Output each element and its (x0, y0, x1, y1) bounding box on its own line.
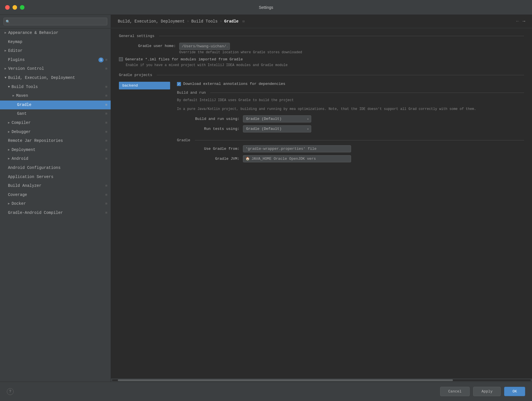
gradle-projects-header: Gradle projects (119, 73, 524, 77)
chevron-right-icon: ▶ (8, 121, 10, 125)
sidebar-item-label: Debugger (12, 129, 104, 135)
build-run-using-label: Build and run using: (177, 117, 240, 121)
horizontal-scrollbar[interactable] (111, 378, 532, 382)
sidebar-item-gradle-android[interactable]: Gradle-Android Compiler ⊞ (0, 208, 111, 218)
link-icon: ⊟ (243, 19, 245, 24)
sidebar-item-build-exec-deploy[interactable]: ▼ Build, Execution, Deployment (0, 73, 111, 83)
use-gradle-from-input[interactable] (243, 145, 351, 152)
generate-iml-label: Generate *.iml files for modules importe… (125, 57, 243, 62)
gradle-jvm-input[interactable]: 🏠 JAVA_HOME Oracle OpenJDK vers (243, 155, 351, 162)
sidebar-item-label: Maven (16, 93, 104, 99)
general-settings-header: General settings (119, 34, 524, 38)
settings-icon: ⊞ (105, 202, 107, 206)
breadcrumb-bar: Build, Execution, Deployment › Build Too… (111, 15, 532, 28)
sidebar-item-editor[interactable]: ▶ Editor (0, 46, 111, 56)
run-tests-using-select[interactable]: Gradle (Default) IntelliJ IDEA (243, 125, 311, 132)
ok-button[interactable]: OK (504, 387, 525, 396)
settings-icon: ⊞ (105, 211, 107, 215)
projects-layout: backend Download external annotations fo… (119, 82, 524, 165)
settings-icon: ⊞ (105, 184, 107, 188)
generate-iml-row: Generate *.iml files for modules importe… (119, 57, 524, 62)
sidebar-item-gradle[interactable]: Gradle ⊞ (0, 101, 111, 110)
sidebar-item-android[interactable]: ▶ Android ⊞ (0, 154, 111, 163)
back-arrow-icon[interactable]: ← (516, 19, 519, 24)
sidebar-item-debugger[interactable]: ▶ Debugger ⊞ (0, 128, 111, 137)
sidebar-item-label: Coverage (8, 192, 104, 198)
sidebar-item-deployment[interactable]: ▶ Deployment ⊞ (0, 146, 111, 155)
sidebar-item-label: Gant (17, 111, 104, 117)
sidebar-item-app-servers[interactable]: Application Servers (0, 173, 111, 182)
title-bar: Settings (0, 0, 532, 15)
sidebar-item-label: Build Analyzer (8, 183, 104, 189)
scrollbar-track (112, 379, 531, 381)
minimize-button[interactable] (13, 5, 17, 10)
forward-arrow-icon[interactable]: → (522, 19, 525, 24)
build-and-run-hint1: By default IntelliJ IDEA uses Gradle to … (177, 98, 524, 103)
plugins-badge: 1 (98, 58, 104, 62)
apply-button[interactable]: Apply (473, 387, 501, 396)
sidebar-item-label: Build Tools (12, 84, 104, 90)
project-item-backend[interactable]: backend (119, 82, 170, 89)
search-wrapper: 🔍 (3, 18, 107, 25)
cancel-button[interactable]: Cancel (440, 387, 470, 396)
download-annotations-checkbox[interactable] (177, 82, 181, 86)
help-button[interactable]: ? (7, 388, 14, 395)
sidebar-item-remote-jar[interactable]: Remote Jar Repositories ⊞ (0, 136, 111, 146)
sidebar-item-build-analyzer[interactable]: Build Analyzer ⊞ (0, 181, 111, 191)
settings-icon: ⊞ (105, 130, 107, 134)
scrollbar-thumb[interactable] (118, 379, 453, 381)
traffic-lights (5, 5, 24, 10)
close-button[interactable] (5, 5, 10, 10)
bottom-bar: ? Cancel Apply OK (0, 382, 532, 401)
settings-icon: ⊞ (105, 103, 107, 107)
build-and-run-section: Build and run By default IntelliJ IDEA u… (177, 91, 524, 132)
breadcrumb-gradle[interactable]: Gradle (224, 19, 238, 24)
sidebar-item-label: Build, Execution, Deployment (8, 75, 107, 81)
sidebar-item-android-config[interactable]: Android Configurations (0, 163, 111, 173)
run-tests-using-label: Run tests using: (177, 127, 240, 131)
settings-icon: ⊞ (105, 139, 107, 143)
sidebar-item-maven[interactable]: ▶ Maven ⊞ (0, 91, 111, 101)
breadcrumb-separator: › (187, 19, 189, 23)
sidebar-item-build-tools[interactable]: ▼ Build Tools ⊞ (0, 83, 111, 92)
sidebar-item-label: Appearance & Behavior (8, 30, 107, 36)
gradle-user-home-hint: Override the default location where Grad… (179, 50, 524, 54)
sidebar-item-plugins[interactable]: Plugins 1 ⊞ (0, 56, 111, 65)
content-area: Build, Execution, Deployment › Build Too… (111, 15, 532, 382)
sidebar-item-compiler[interactable]: ▶ Compiler ⊞ (0, 118, 111, 128)
sidebar-item-label: Gradle-Android Compiler (8, 210, 104, 216)
build-run-using-select[interactable]: Gradle (Default) IntelliJ IDEA (243, 115, 311, 122)
sidebar-item-label: Remote Jar Repositories (8, 138, 104, 144)
gradle-user-home-input[interactable] (179, 43, 230, 50)
settings-icon: ⊞ (105, 148, 107, 152)
sidebar-item-coverage[interactable]: Coverage ⊞ (0, 191, 111, 200)
build-run-using-wrapper: Gradle (Default) IntelliJ IDEA (243, 115, 311, 122)
sidebar-item-keymap[interactable]: Keymap (0, 38, 111, 47)
chevron-right-icon: ▶ (8, 202, 10, 206)
sidebar-item-label: Gradle (17, 102, 104, 108)
build-and-run-header: Build and run (177, 91, 524, 95)
search-icon: 🔍 (6, 19, 10, 24)
sidebar-item-gant[interactable]: Gant ⊞ (0, 109, 111, 118)
breadcrumb-build-exec[interactable]: Build, Execution, Deployment (118, 19, 185, 24)
search-input[interactable] (3, 18, 107, 25)
sidebar-item-label: Application Servers (8, 174, 107, 180)
button-group: Cancel Apply OK (440, 387, 525, 396)
chevron-right-icon: ▶ (5, 67, 7, 71)
use-gradle-from-label: Use Gradle from: (177, 147, 240, 151)
generate-iml-checkbox[interactable] (119, 57, 123, 61)
sidebar: 🔍 ▶ Appearance & Behavior Keymap ▶ Edito… (0, 15, 111, 382)
settings-icon: ⊞ (105, 157, 107, 161)
gradle-user-home-row: Gradle user home: Override the default l… (119, 43, 524, 54)
sidebar-item-label: Docker (12, 201, 104, 207)
settings-icon: ⊞ (105, 58, 107, 62)
maximize-button[interactable] (20, 5, 24, 10)
sidebar-item-label: Android (12, 156, 104, 162)
sidebar-item-docker[interactable]: ▶ Docker ⊞ (0, 199, 111, 208)
sidebar-item-appearance[interactable]: ▶ Appearance & Behavior (0, 28, 111, 38)
settings-icon: ⊞ (105, 112, 107, 116)
breadcrumb-build-tools[interactable]: Build Tools (191, 19, 217, 24)
download-annotations-row: Download external annotations for depend… (177, 82, 524, 86)
sidebar-item-version-control[interactable]: ▶ Version Control ⊞ (0, 64, 111, 73)
breadcrumb-separator: › (220, 19, 222, 23)
